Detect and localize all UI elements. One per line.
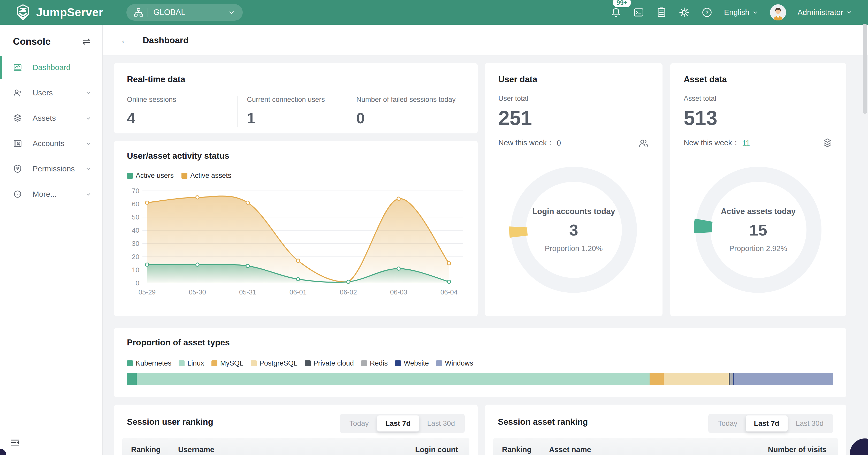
svg-text:60: 60 — [132, 200, 139, 208]
chevron-down-icon — [85, 140, 92, 147]
legend-private-cloud[interactable]: Private cloud — [305, 359, 354, 367]
sidebar-item-label: Users — [33, 88, 85, 97]
user-data-card: User data User total 251 New this week： … — [485, 63, 662, 316]
svg-text:30: 30 — [132, 240, 139, 247]
sidebar-item-assets[interactable]: Assets — [0, 105, 102, 131]
segment-redis — [730, 373, 733, 385]
gear-icon[interactable] — [679, 7, 690, 18]
legend-kubernetes[interactable]: Kubernetes — [127, 359, 172, 367]
legend-linux[interactable]: Linux — [179, 359, 204, 367]
legend-redis[interactable]: Redis — [361, 359, 388, 367]
asset-total-label: Asset total — [684, 95, 833, 103]
ellipsis-circle-icon — [13, 189, 22, 199]
sidebar-title: Console — [13, 36, 51, 47]
view-switch-icon[interactable] — [81, 36, 92, 47]
column-username: Username — [178, 446, 415, 454]
donut-value: 3 — [569, 221, 578, 239]
legend-postgresql[interactable]: PostgreSQL — [251, 359, 298, 367]
login-accounts-donut: Login accounts today 3 Proportion 1.20% — [507, 162, 641, 297]
chevron-down-icon — [85, 115, 92, 122]
filter-today-button[interactable]: Today — [341, 416, 377, 431]
notification-badge: 99+ — [613, 0, 631, 7]
svg-text:10: 10 — [132, 266, 139, 274]
chevron-down-icon — [85, 190, 92, 198]
legend-mysql[interactable]: MySQL — [212, 359, 244, 367]
brand-logo[interactable]: JumpServer — [14, 4, 103, 21]
stat-value: 0 — [356, 109, 460, 127]
scrollbar[interactable] — [863, 24, 867, 114]
user-group-icon — [638, 138, 649, 148]
legend-swatch — [179, 360, 185, 366]
sidebar-item-more[interactable]: More... — [0, 181, 102, 207]
activity-area-chart: 01020304050607005-2905-3005-3106-0106-02… — [127, 184, 465, 297]
filter-last7d-button[interactable]: Last 7d — [377, 416, 419, 431]
legend-swatch — [436, 360, 442, 366]
sidebar-item-label: Accounts — [33, 139, 85, 148]
id-card-icon — [13, 139, 22, 148]
asset-types-legend: KubernetesLinuxMySQLPostgreSQLPrivate cl… — [127, 359, 833, 367]
filter-last30d-button[interactable]: Last 30d — [419, 416, 463, 431]
stat-online-sessions: Online sessions 4 — [127, 96, 237, 127]
area-chart-svg: 01020304050607005-2905-3005-3106-0106-02… — [127, 184, 466, 297]
legend-active-assets[interactable]: Active assets — [182, 172, 231, 180]
svg-text:40: 40 — [132, 226, 139, 234]
stat-value: 1 — [247, 109, 341, 127]
filter-today-button[interactable]: Today — [710, 416, 746, 431]
users-icon — [13, 88, 22, 97]
segment-linux — [137, 373, 650, 385]
filter-last30d-button[interactable]: Last 30d — [787, 416, 832, 431]
column-login-count: Login count — [415, 446, 458, 454]
collapse-sidebar-button[interactable] — [9, 437, 21, 448]
svg-text:05-31: 05-31 — [239, 288, 256, 296]
legend-swatch — [251, 360, 257, 366]
new-this-week-value: 11 — [742, 139, 750, 147]
avatar[interactable] — [770, 4, 786, 21]
org-selector[interactable]: GLOBAL — [126, 4, 243, 21]
realtime-data-card: Real-time data Online sessions 4 Current… — [114, 63, 478, 133]
legend-website[interactable]: Website — [395, 359, 429, 367]
asset-types-stacked-bar — [127, 373, 833, 385]
notifications-button[interactable]: 99+ — [610, 7, 622, 18]
filter-last7d-button[interactable]: Last 7d — [746, 416, 787, 431]
web-terminal-button[interactable] — [633, 7, 644, 18]
card-title: User/asset activity status — [127, 151, 465, 161]
sidebar-item-accounts[interactable]: Accounts — [0, 131, 102, 156]
activity-status-card: User/asset activity status Active users … — [114, 141, 478, 316]
donut-title: Active assets today — [721, 207, 796, 216]
svg-text:50: 50 — [132, 213, 139, 221]
card-title: User data — [498, 74, 649, 84]
help-button[interactable]: ? — [701, 7, 713, 18]
activity-log-button[interactable] — [656, 7, 667, 18]
legend-label: Website — [404, 359, 429, 367]
stat-label: Current connection users — [247, 96, 341, 104]
card-title: Real-time data — [127, 74, 465, 84]
page-title: Dashboard — [143, 35, 189, 45]
donut-subtitle: Proportion 2.92% — [729, 244, 787, 253]
svg-text:70: 70 — [132, 187, 139, 195]
sidebar-item-users[interactable]: Users — [0, 80, 102, 105]
stat-value: 4 — [127, 109, 232, 127]
legend-windows[interactable]: Windows — [436, 359, 473, 367]
svg-text:06-04: 06-04 — [440, 288, 458, 296]
sidebar-item-permissions[interactable]: Permissions — [0, 156, 102, 181]
stat-failed-sessions: Number of failed sessions today 0 — [347, 96, 465, 127]
language-selector[interactable]: English — [724, 8, 759, 17]
legend-label: PostgreSQL — [259, 359, 298, 367]
card-title: Asset data — [684, 74, 833, 84]
sidebar-item-dashboard[interactable]: Dashboard — [0, 55, 102, 80]
new-this-week-value: 0 — [557, 139, 561, 147]
legend-swatch — [212, 360, 217, 366]
legend-swatch — [305, 360, 311, 366]
legend-swatch — [182, 173, 187, 179]
legend-label: Linux — [187, 359, 204, 367]
org-selector-value: GLOBAL — [153, 8, 228, 17]
legend-active-users[interactable]: Active users — [127, 172, 174, 180]
donut-subtitle: Proportion 1.20% — [545, 244, 602, 253]
donut-value: 15 — [749, 221, 767, 239]
chevron-down-icon — [228, 8, 236, 16]
legend-swatch — [395, 360, 401, 366]
back-button[interactable]: ← — [120, 35, 130, 45]
legend-label: Active users — [136, 172, 174, 180]
user-menu[interactable]: Administrator — [798, 8, 852, 17]
user-name: Administrator — [798, 8, 843, 17]
